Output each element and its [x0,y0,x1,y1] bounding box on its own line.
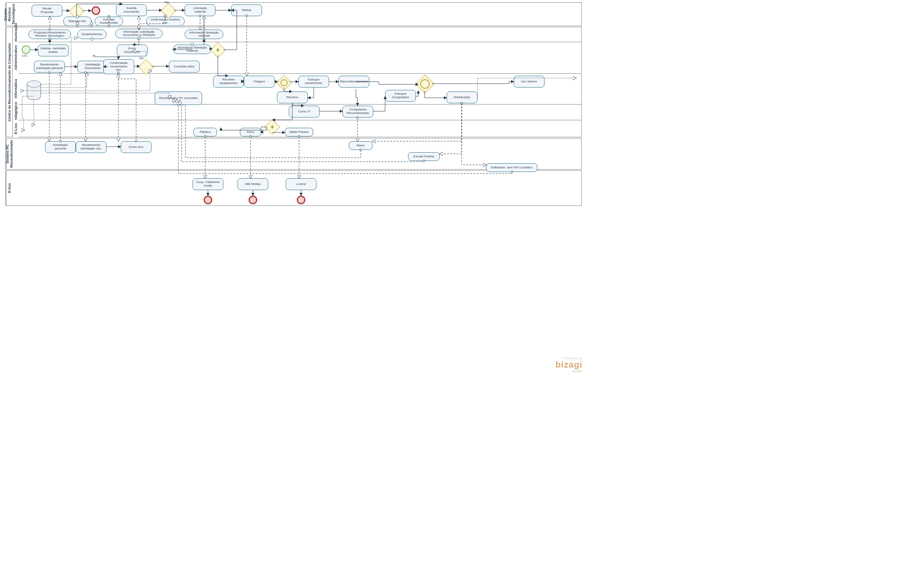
task-metal-pesado: Metal Pesado [285,128,313,136]
task-triagem: Triagem [244,76,275,88]
lane-informatica-title: Informática [12,73,19,104]
task-escola: Escola Publica [408,152,440,161]
msg-esclarecimentos: Esclarecimentos [77,30,107,39]
lane-sep [19,73,581,74]
task-lib-material: Liberação material [185,4,215,16]
watermark-brand: bizagi [556,360,582,370]
lane-pedagogico-title: Pedagógico [12,104,19,120]
event-end-lorene [297,196,305,204]
label-nao-mid: Não [139,57,144,60]
task-recond: Recondicionamento [339,76,369,88]
label-crc: CRC [22,54,28,57]
watermark: Powered by bizagi Modeler [556,357,582,373]
task-receb-proposta: Receb Proposta [32,5,62,17]
lane-comunicacao-title: Comunicação [12,27,19,42]
task-ferro: Ferro [240,128,261,136]
task-distrib: Distribuição [447,91,477,103]
event-start-crc [22,45,30,54]
task-envio-doc2: Envio Doc [121,141,152,153]
task-entidade: Entidadde sem Fim Lucrátivo [486,163,537,172]
task-lorene: Lorene [286,178,316,190]
event-end-mm [249,196,257,204]
lane-elixo-title: E-Lixo [12,120,19,138]
task-estoque-comp: Estoque Computador [385,90,416,102]
pool-crc: Centro de Recondicionamento de Computado… [6,27,582,137]
pool-elixo2-title: E-lixo [6,171,12,205]
task-receb-pc-comodato: Recebimento PC comodato [155,91,202,105]
task-receb-sol-doc: Recebimento solicitação doc. [76,141,107,153]
task-comp-recond: Computador Recondicionado [343,106,373,118]
data-store [27,84,41,100]
task-plastico: Plástico [193,128,217,136]
lane-sep [19,42,581,42]
task-solicita-candidato: Solicita candidato doador [38,45,69,56]
task-coop: Coop Catadores locais [193,178,223,190]
task-retirar: Retirar [231,4,262,16]
msg-proposta-receb: Proposta Recebimento Resíduo Tecnológico [28,30,71,39]
msg-maiores-info: Maiores Info [63,17,92,26]
task-solicita-doc-top: Solicita documento [116,4,147,16]
task-recolher: Recolher equipamento [213,76,244,88]
msg-info-solic-doc: Informação solicitação documento p/ Reti… [115,29,163,38]
task-receb-solic-parceria: Recebimento solicitação parceria [34,61,65,73]
task-conf-receb-doc: Confirmação recebimento doc. [103,59,134,74]
lane-sep [19,104,581,105]
msg-info-lib-mat2: Informacao liberação material [173,45,212,54]
task-estoque-receb: Estoque recebimento [298,76,329,88]
msg-info-lib-mat: Informação liberação material [185,30,223,39]
msg-duvidas: Dúvidas Esclarecidas [95,17,123,26]
watermark-poweredby: Powered by [556,357,582,360]
task-mm-metais: MM Metais [238,178,268,190]
task-residuo: Resíduo [277,91,308,103]
lane-sep [19,120,581,120]
pool-doador-title: Doador Resíduo Tecnológico [6,3,12,26]
bpmn-diagram-canvas: Doador Resíduo Tecnológico Centro de Rec… [0,0,587,376]
task-envio-doc: Envio Documento [117,45,148,56]
task-uso-interno: Uso interno [514,76,545,88]
event-end-1 [92,6,100,15]
task-convenio: Convênio ativo [169,61,200,73]
event-end-coop [204,196,212,204]
pool-destino-title: Destino PC Recondicionado [6,138,12,169]
task-curso-ti: Curso TI [289,106,320,118]
watermark-sub: Modeler [556,370,582,373]
msg-conf-receb-top: confirmação recebeu doc. [146,17,185,26]
label-nao-top: Não [164,1,169,4]
lane-administrativo-title: Administrativo [12,42,19,73]
task-aluno: Aluno [349,141,372,150]
task-sol-parceria: Solicitação parceria [45,141,76,153]
pool-doador: Doador Resíduo Tecnológico [6,2,582,26]
pool-crc-title: Centro de Recondicionamento de Computado… [6,27,12,137]
